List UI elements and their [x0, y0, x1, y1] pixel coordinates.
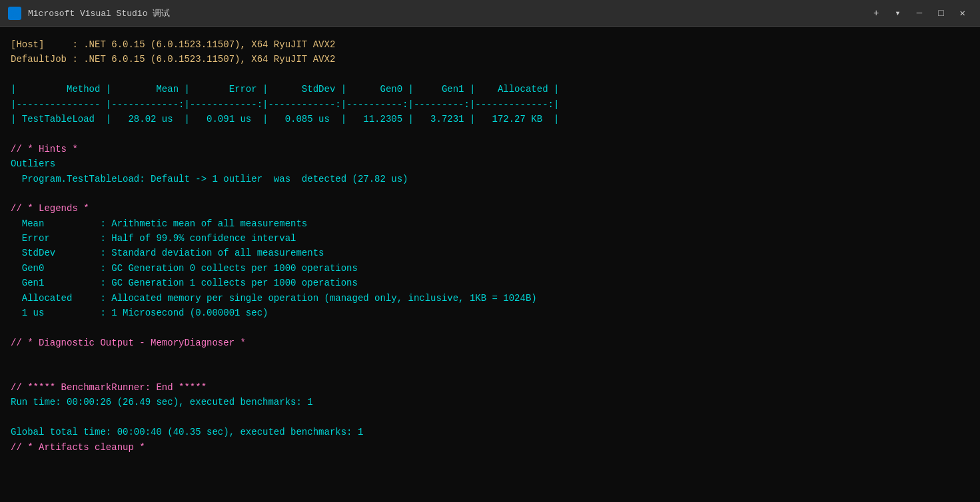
terminal-line-8: Outliers — [11, 156, 969, 171]
terminal-line-26: Global total time: 00:00:40 (40.35 sec),… — [11, 425, 969, 439]
app-icon — [8, 7, 21, 20]
terminal-line-4: |--------------- |------------:|--------… — [11, 97, 969, 112]
terminal-line-14: StdDev : Standard deviation of all measu… — [11, 246, 969, 260]
terminal-line-0: [Host] : .NET 6.0.15 (6.0.1523.11507), X… — [11, 37, 969, 52]
terminal-line-16: Gen1 : GC Generation 1 collects per 1000… — [11, 276, 969, 290]
terminal-line-27: // * Artifacts cleanup * — [11, 440, 969, 455]
terminal-line-15: Gen0 : GC Generation 0 collects per 1000… — [11, 261, 969, 276]
maximize-button[interactable]: □ — [931, 5, 950, 21]
terminal-line-7: // * Hints * — [11, 142, 969, 156]
terminal-line-11: // * Legends * — [11, 201, 969, 216]
terminal-line-23: // ***** BenchmarkRunner: End ***** — [11, 380, 969, 395]
terminal-line-1: DefaultJob : .NET 6.0.15 (6.0.1523.11507… — [11, 52, 969, 67]
dropdown-button[interactable]: ▾ — [888, 5, 907, 21]
close-button[interactable]: ✕ — [953, 5, 972, 21]
terminal-line-24: Run time: 00:00:26 (26.49 sec), executed… — [11, 395, 969, 409]
title-bar: Microsoft Visual Studio 调试 + ▾ ─ □ ✕ — [0, 0, 980, 27]
terminal-line-5: | TestTableLoad | 28.02 us | 0.091 us | … — [11, 112, 969, 126]
terminal-line-18: 1 us : 1 Microsecond (0.000001 sec) — [11, 306, 969, 320]
terminal-line-9: Program.TestTableLoad: Default -> 1 outl… — [11, 172, 969, 186]
minimize-button[interactable]: ─ — [910, 5, 929, 21]
terminal-output: [Host] : .NET 6.0.15 (6.0.1523.11507), X… — [0, 27, 980, 502]
terminal-line-3: | Method | Mean | Error | StdDev | Gen0 … — [11, 82, 969, 97]
terminal-line-20: // * Diagnostic Output - MemoryDiagnoser… — [11, 336, 969, 350]
terminal-line-17: Allocated : Allocated memory per single … — [11, 291, 969, 306]
new-tab-button[interactable]: + — [867, 5, 885, 21]
terminal-line-12: Mean : Arithmetic mean of all measuremen… — [11, 216, 969, 231]
terminal-line-13: Error : Half of 99.9% confidence interva… — [11, 231, 969, 246]
window-controls: + ▾ ─ □ ✕ — [867, 5, 972, 21]
window-title: Microsoft Visual Studio 调试 — [28, 7, 860, 19]
